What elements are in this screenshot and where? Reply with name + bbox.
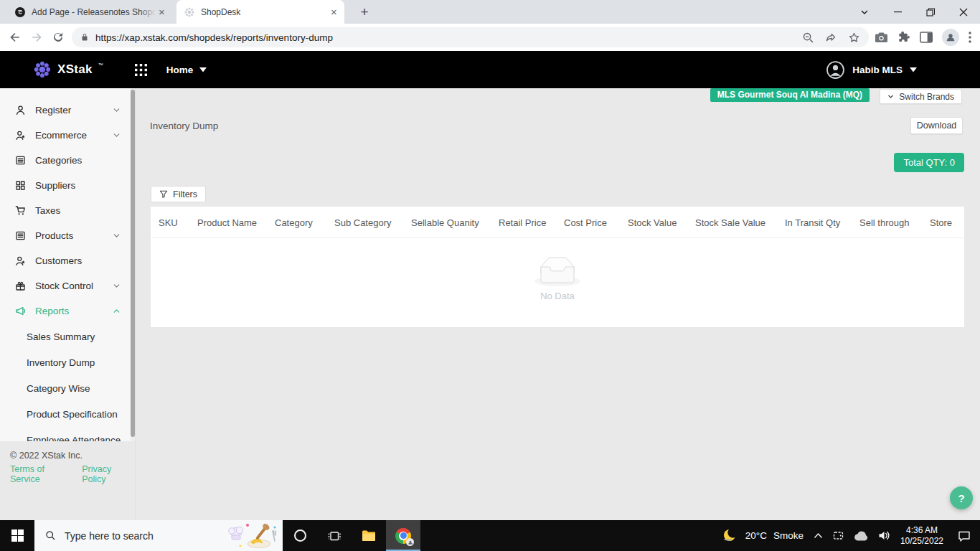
sidebar-item-register[interactable]: Register	[0, 98, 135, 123]
taskbar-clock[interactable]: 4:36 AM 10/25/2022	[900, 525, 943, 547]
bookmark-star-icon[interactable]	[848, 32, 860, 44]
releasenotes-favicon	[14, 6, 26, 18]
sidebar-item-suppliers[interactable]: Suppliers	[0, 173, 135, 198]
back-icon[interactable]	[4, 27, 26, 48]
cortana-button[interactable]	[283, 520, 317, 551]
nav-home-dropdown[interactable]: Home	[166, 65, 207, 75]
brand-badge: MLS Gourmet Souq Al Madina (MQ)	[710, 88, 870, 102]
person-star-icon	[15, 130, 26, 141]
camera-icon[interactable]	[875, 32, 888, 44]
column-header-stock-value: Stock Value	[628, 217, 677, 227]
download-button[interactable]: Download	[910, 117, 963, 134]
tab-search-chevron-icon[interactable]	[848, 0, 881, 24]
sidebar-scrollbar-thumb[interactable]	[131, 90, 135, 437]
copyright-text: © 2022 XStak Inc.	[10, 451, 135, 461]
window-minimize-button[interactable]	[881, 0, 914, 24]
switch-brands-label: Switch Brands	[899, 92, 954, 102]
file-explorer-button[interactable]	[352, 520, 386, 551]
tab-close-icon[interactable]: ×	[156, 6, 168, 18]
page-title: Inventory Dump	[150, 121, 218, 131]
megaphone-icon	[15, 306, 26, 316]
speaker-icon[interactable]	[878, 530, 890, 541]
filter-funnel-icon	[159, 190, 168, 199]
action-center-icon[interactable]	[958, 530, 971, 542]
menu-kebab-icon[interactable]	[969, 32, 971, 43]
chevron-down-icon	[113, 232, 121, 240]
share-icon[interactable]	[825, 32, 837, 44]
xstak-logo-icon	[33, 60, 52, 79]
sidebar: RegisterEcommerceCategoriesSuppliersTaxe…	[0, 88, 136, 520]
tab-shopdesk[interactable]: ShopDesk ×	[176, 0, 344, 24]
clock-time: 4:36 AM	[900, 525, 943, 536]
column-header-retail-price: Retail Price	[499, 217, 546, 227]
moon-weather-icon	[722, 528, 739, 543]
sidebar-item-label: Register	[35, 105, 103, 116]
sidebar-item-label: Stock Control	[35, 281, 103, 291]
person-icon	[15, 105, 26, 116]
taskbar-search-box[interactable]: Type here to search	[34, 520, 283, 551]
column-header-product-name: Product Name	[197, 217, 257, 227]
side-panel-icon[interactable]	[920, 32, 933, 43]
address-bar[interactable]: https://xap.xstak.com/shopdesk/reports/i…	[72, 27, 869, 47]
filters-button[interactable]: Filters	[151, 186, 206, 202]
search-highlight-food-icon	[227, 522, 281, 549]
sidebar-item-categories[interactable]: Categories	[0, 148, 135, 173]
xstak-logo[interactable]: XStak ™	[33, 60, 103, 79]
sidebar-item-label: Suppliers	[35, 180, 121, 191]
sidebar-scrollbar	[131, 88, 135, 441]
reload-icon[interactable]	[47, 27, 69, 48]
total-qty-badge: Total QTY: 0	[894, 153, 964, 172]
tray-device-icon[interactable]	[832, 530, 844, 541]
sidebar-item-stock-control[interactable]: Stock Control	[0, 273, 135, 298]
onedrive-cloud-icon[interactable]	[854, 531, 869, 541]
window-restore-button[interactable]	[914, 0, 947, 24]
terms-of-service-link[interactable]: Terms of Service	[10, 464, 73, 484]
switch-brands-button[interactable]: Switch Brands	[880, 89, 962, 104]
zoom-out-icon[interactable]	[802, 32, 814, 44]
column-header-in-transit-qty: In Transit Qty	[785, 217, 840, 227]
page-body: RegisterEcommerceCategoriesSuppliersTaxe…	[0, 88, 980, 520]
lock-icon	[80, 32, 89, 42]
brand-trademark: ™	[98, 62, 103, 67]
list-icon	[15, 230, 26, 241]
tab-releasenotes[interactable]: Add Page - Releasenotes Shopde ×	[7, 0, 172, 24]
weather-temp: 20°C	[745, 530, 767, 541]
sidebar-item-taxes[interactable]: Taxes	[0, 198, 135, 223]
column-header-sku: SKU	[159, 217, 178, 227]
sidebar-subitem-category-wise[interactable]: Category Wise	[0, 375, 135, 401]
sidebar-subitem-sales-summary[interactable]: Sales Summary	[0, 324, 135, 349]
profile-avatar-icon[interactable]	[942, 29, 959, 46]
start-button[interactable]	[0, 520, 34, 551]
task-view-button[interactable]	[317, 520, 352, 551]
chrome-taskbar-button[interactable]	[386, 520, 420, 551]
user-menu[interactable]: Habib MLS	[826, 60, 917, 80]
tab-close-icon[interactable]: ×	[328, 6, 340, 18]
search-placeholder: Type here to search	[65, 530, 154, 542]
user-name: Habib MLS	[852, 65, 903, 75]
sidebar-item-label: Ecommerce	[35, 130, 103, 141]
tray-chevron-up-icon[interactable]	[814, 532, 823, 539]
sidebar-subitem-inventory-dump[interactable]: Inventory Dump	[0, 349, 135, 375]
sidebar-subitem-employee-attendance[interactable]: Employee Attendance	[0, 427, 135, 441]
sidebar-item-reports[interactable]: Reports	[0, 298, 135, 324]
apps-grid-icon[interactable]	[135, 64, 147, 76]
sidebar-subitem-product-specification[interactable]: Product Specification	[0, 401, 135, 427]
chevron-down-icon	[113, 106, 121, 114]
sidebar-item-products[interactable]: Products	[0, 223, 135, 248]
main-content: MLS Gourmet Souq Al Madina (MQ) Switch B…	[136, 88, 980, 520]
column-header-category: Category	[275, 217, 313, 227]
sidebar-menu: RegisterEcommerceCategoriesSuppliersTaxe…	[0, 88, 135, 441]
column-header-sell-through: Sell through	[859, 217, 909, 227]
window-close-button[interactable]	[947, 0, 980, 24]
extensions-puzzle-icon[interactable]	[897, 31, 910, 44]
sidebar-item-ecommerce[interactable]: Ecommerce	[0, 123, 135, 148]
privacy-policy-link[interactable]: Privacy Policy	[82, 464, 135, 484]
help-button[interactable]: ?	[950, 486, 973, 509]
windows-taskbar: Type here to search	[0, 520, 980, 551]
shopdesk-sparkle-favicon	[184, 6, 195, 18]
forward-icon[interactable]	[26, 27, 47, 48]
sidebar-item-customers[interactable]: Customers	[0, 248, 135, 273]
weather-widget[interactable]: 20°C Smoke	[722, 528, 804, 543]
sidebar-item-label: Customers	[35, 255, 121, 266]
new-tab-button[interactable]: +	[356, 4, 373, 21]
